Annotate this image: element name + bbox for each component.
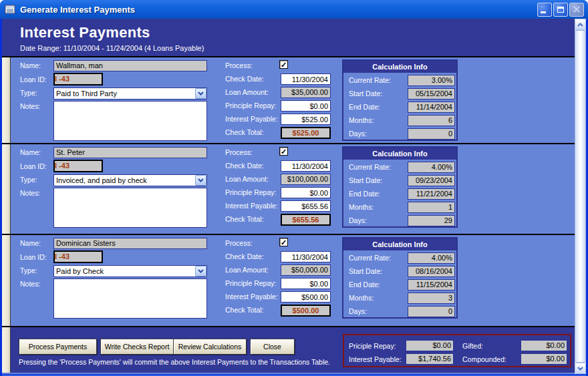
interest-payable-field[interactable]	[281, 114, 331, 125]
check-total-label: Check Total:	[225, 215, 264, 223]
check-date-label: Check Date:	[225, 252, 264, 260]
check-date-field[interactable]	[281, 73, 331, 85]
days-field: 0	[408, 306, 455, 317]
loan-id-field: I -43	[53, 250, 103, 263]
interest-payable-label: Interest Payable:	[225, 202, 278, 210]
start-date-field: 08/16/2004	[408, 266, 455, 277]
combo-dropdown-button[interactable]	[195, 88, 206, 99]
principle-repay-field[interactable]	[281, 100, 331, 112]
chevron-down-icon	[198, 269, 204, 273]
process-label: Process:	[225, 239, 253, 247]
review-calculations-button[interactable]: Review Calculations	[173, 339, 247, 355]
minimize-icon	[541, 11, 546, 13]
loan-id-label: Loan ID:	[20, 75, 47, 83]
loan-id-label: Loan ID:	[20, 253, 47, 261]
months-label: Months:	[349, 116, 374, 124]
months-field: 1	[408, 202, 455, 213]
interest-payable-field[interactable]	[281, 200, 331, 212]
loan-amount-label: Loan Amount:	[225, 175, 269, 183]
scroll-down-button[interactable]	[575, 363, 586, 374]
days-field: 29	[408, 215, 455, 226]
name-field: Wallman, man	[53, 60, 207, 71]
check-total-field: $525.00	[281, 127, 331, 139]
current-rate-field: 4.00%	[408, 162, 455, 173]
type-value: Invoiced, and paid by check	[54, 175, 195, 186]
notes-field[interactable]	[53, 188, 207, 228]
type-combobox[interactable]: Invoiced, and paid by check	[53, 174, 207, 186]
loan-amount-field: $35,000.00	[281, 87, 331, 98]
interest-payable-field[interactable]	[281, 291, 331, 303]
record-selector[interactable]	[2, 235, 11, 327]
principle-repay-label: Principle Repay:	[225, 188, 276, 196]
window-title: Generate Interest Payments	[20, 5, 537, 15]
type-value: Paid by Check	[54, 266, 195, 276]
scrollbar-thumb[interactable]	[575, 30, 586, 363]
record-selector[interactable]	[2, 57, 11, 143]
summary-interest-payable-field: $1,740.56	[406, 353, 454, 365]
loan-id-field: I -43	[53, 73, 103, 85]
current-rate-label: Current Rate:	[349, 163, 391, 171]
loan-record: Name: Dominican Sisters Loan ID: I -43 T…	[2, 234, 575, 327]
calculation-info-panel: Calculation Info Current Rate: 4.00% Sta…	[342, 237, 458, 319]
notes-field[interactable]	[53, 101, 207, 141]
loan-id-label: Loan ID:	[20, 162, 47, 170]
scroll-up-button[interactable]	[575, 19, 586, 30]
start-date-label: Start Date:	[349, 176, 382, 184]
process-checkbox[interactable]	[279, 60, 288, 69]
titlebar: Generate Interest Payments	[0, 0, 588, 19]
months-label: Months:	[349, 203, 374, 211]
summary-gifted-label: Gifted:	[462, 342, 483, 350]
calculation-info-panel: Calculation Info Current Rate: 3.00% Sta…	[342, 59, 458, 141]
process-label: Process:	[225, 61, 253, 69]
name-label: Name:	[20, 61, 41, 69]
principle-repay-field[interactable]	[281, 278, 331, 289]
summary-compounded-label: Compounded:	[462, 355, 506, 363]
loan-amount-label: Loan Amount:	[225, 88, 269, 96]
principle-repay-field[interactable]	[281, 187, 331, 198]
process-checkbox[interactable]	[279, 238, 288, 246]
combo-dropdown-button[interactable]	[195, 175, 206, 186]
type-combobox[interactable]: Paid to Third Party	[53, 87, 207, 100]
days-label: Days:	[349, 130, 367, 138]
days-label: Days:	[349, 216, 367, 224]
name-field: Dominican Sisters	[53, 238, 207, 249]
type-label: Type:	[20, 89, 37, 97]
loan-record: Name: St. Peter Loan ID: I -43 Type: Inv…	[2, 143, 575, 234]
loan-amount-label: Loan Amount:	[225, 266, 269, 274]
chevron-up-icon	[577, 23, 583, 27]
vertical-scrollbar[interactable]	[575, 19, 586, 374]
current-rate-field: 3.00%	[408, 75, 455, 86]
type-combobox[interactable]: Paid by Check	[53, 265, 207, 277]
end-date-label: End Date:	[349, 190, 380, 198]
calculation-info-panel: Calculation Info Current Rate: 4.00% Sta…	[342, 146, 458, 228]
check-date-field[interactable]	[281, 160, 331, 172]
loan-amount-field: $100,000.00	[281, 174, 331, 185]
check-total-label: Check Total:	[225, 128, 264, 136]
process-payments-button[interactable]: Process Payments	[19, 339, 97, 355]
process-checkbox[interactable]	[279, 147, 288, 156]
notes-label: Notes:	[20, 189, 40, 197]
close-button[interactable]	[569, 3, 584, 17]
process-label: Process:	[225, 148, 253, 156]
start-date-label: Start Date:	[349, 267, 382, 275]
combo-dropdown-button[interactable]	[195, 266, 206, 276]
close-form-button[interactable]: Close	[250, 339, 295, 355]
principle-repay-label: Principle Repay:	[225, 279, 276, 287]
loan-record: Name: Wallman, man Loan ID: I -43 Type: …	[2, 57, 575, 143]
maximize-button[interactable]	[553, 3, 568, 17]
minimize-button[interactable]	[537, 3, 552, 17]
check-date-field[interactable]	[281, 251, 331, 262]
name-label: Name:	[20, 239, 41, 247]
notes-field[interactable]	[53, 278, 207, 319]
summary-compounded-field: $0.00	[521, 353, 567, 365]
end-date-label: End Date:	[349, 103, 380, 111]
notes-label: Notes:	[20, 280, 40, 288]
loan-amount-field: $50,000.00	[281, 264, 331, 276]
record-selector[interactable]	[2, 144, 11, 234]
chevron-down-icon	[198, 91, 204, 96]
start-date-label: Start Date:	[349, 89, 382, 98]
write-checks-report-button[interactable]: Write Checks Report	[100, 339, 174, 355]
calculation-info-header: Calculation Info	[343, 61, 456, 73]
summary-interest-payable-label: Interest Payable:	[349, 355, 402, 363]
check-total-field: $655.56	[281, 214, 331, 226]
